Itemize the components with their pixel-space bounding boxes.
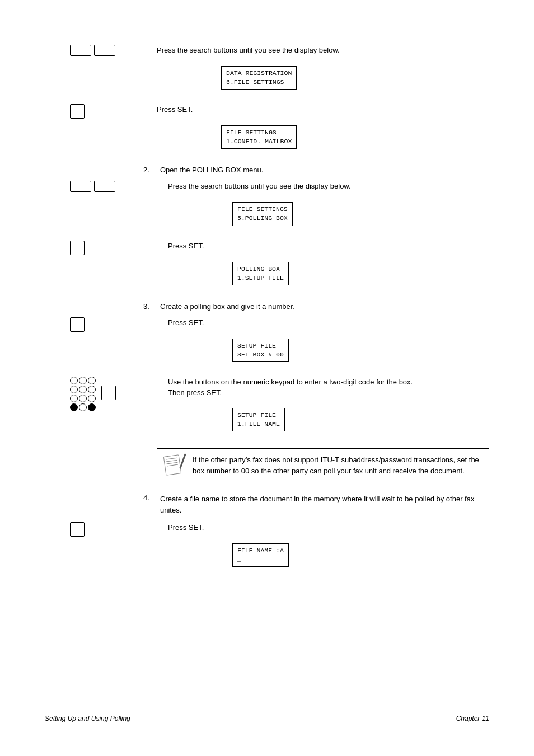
section-5: Press SET. xyxy=(168,317,489,335)
set-button-icon-1 xyxy=(70,104,85,120)
button-set-2 xyxy=(70,241,85,255)
button-set-3 xyxy=(70,317,85,332)
button-right xyxy=(94,45,115,56)
keypad-btn-7 xyxy=(70,395,78,402)
step-4-container: 4. Create a file name to store the docum… xyxy=(157,494,489,515)
display-line-10: SET BOX # 00 xyxy=(237,350,284,359)
page: Press the search buttons until you see t… xyxy=(0,0,534,756)
display-box-6: SETUP FILE 1.FILE NAME xyxy=(232,408,285,431)
keypad-icon-group xyxy=(70,377,116,411)
set-button-icon-3 xyxy=(70,317,85,334)
keypad-btn-3 xyxy=(88,377,96,384)
instruction-text-1: Press the search buttons until you see t… xyxy=(157,45,489,56)
section-6: Use the buttons on the numeric keypad to… xyxy=(168,377,489,405)
display-line-2: 6.FILE SETTINGS xyxy=(226,78,292,87)
pencil-icon xyxy=(179,453,186,468)
step-3-heading: Create a polling box and give it a numbe… xyxy=(160,302,489,311)
search-buttons-icon-2 xyxy=(70,181,115,192)
instruction-text-7: Press SET. xyxy=(168,522,489,533)
step-2-container: 2. Open the POLLING BOX menu. xyxy=(157,166,489,174)
keypad-btn-2 xyxy=(79,377,87,384)
button-right-2 xyxy=(94,181,115,192)
section-1: Press the search buttons until you see t… xyxy=(157,45,489,63)
display-line-1: DATA REGISTRATION xyxy=(226,69,292,78)
paper-icon xyxy=(163,454,181,476)
keypad-grid-icon xyxy=(70,377,96,411)
keypad-btn-8 xyxy=(79,395,87,402)
keypad-btn-6 xyxy=(88,386,96,393)
display-line-9: SETUP FILE xyxy=(237,341,284,350)
keypad-btn-5 xyxy=(79,386,87,393)
display-line-3: FILE SETTINGS xyxy=(226,128,292,137)
step-4-number: 4. xyxy=(143,494,149,502)
footer-left: Setting Up and Using Polling xyxy=(45,715,130,722)
display-box-5: SETUP FILE SET BOX # 00 xyxy=(232,339,289,362)
display-line-13: FILE NAME :A xyxy=(237,546,284,555)
section-4: Press SET. xyxy=(168,241,489,259)
display-box-3: FILE SETTINGS 5.POLLING BOX xyxy=(232,202,293,226)
instruction-text-2: Press SET. xyxy=(157,104,489,115)
note-box-1: If the other party’s fax does not suppor… xyxy=(157,448,489,482)
display-line-8: 1.SETUP FILE xyxy=(237,274,284,283)
keypad-btn-1 xyxy=(70,377,78,384)
keypad-btn-0 xyxy=(79,403,87,411)
display-box-2: FILE SETTINGS 1.CONFID. MAILBOX xyxy=(221,125,297,149)
button-left-2 xyxy=(70,181,91,192)
display-line-4: 1.CONFID. MAILBOX xyxy=(226,137,292,146)
display-box-4: POLLING BOX 1.SETUP FILE xyxy=(232,262,289,285)
keypad-btn-star xyxy=(70,403,78,411)
display-line-6: 5.POLLING BOX xyxy=(237,214,288,223)
note-text-1: If the other party’s fax does not suppor… xyxy=(193,454,481,476)
step-4-heading: Create a file name to store the document… xyxy=(160,494,489,515)
section-7: Press SET. xyxy=(168,522,489,540)
button-left xyxy=(70,45,91,56)
section-3: Press the search buttons until you see t… xyxy=(168,181,489,199)
instruction-text-4: Press SET. xyxy=(168,241,489,252)
page-footer: Setting Up and Using Polling Chapter 11 xyxy=(45,710,489,722)
button-set-5 xyxy=(70,522,85,537)
keypad-btn-hash xyxy=(88,403,96,411)
display-line-12: 1.FILE NAME xyxy=(237,420,280,429)
set-button-icon-4 xyxy=(101,386,116,402)
button-set-1 xyxy=(70,104,85,119)
step-3-container: 3. Create a polling box and give it a nu… xyxy=(157,302,489,311)
display-box-7: FILE NAME :A _ xyxy=(232,543,289,567)
search-buttons-icon xyxy=(70,45,115,56)
section-2: Press SET. xyxy=(157,104,489,122)
instruction-text-3: Press the search buttons until you see t… xyxy=(168,181,489,192)
display-box-1: DATA REGISTRATION 6.FILE SETTINGS xyxy=(221,66,297,90)
display-line-7: POLLING BOX xyxy=(237,265,284,274)
button-set-4 xyxy=(101,386,116,400)
note-icon xyxy=(165,454,185,475)
display-line-11: SETUP FILE xyxy=(237,411,280,420)
step-3-number: 3. xyxy=(143,302,149,311)
step-2-heading: Open the POLLING BOX menu. xyxy=(160,166,489,174)
step-2-number: 2. xyxy=(143,166,149,174)
footer-right: Chapter 11 xyxy=(456,715,489,722)
instruction-text-5: Press SET. xyxy=(168,317,489,328)
set-button-icon-2 xyxy=(70,241,85,257)
display-line-14: _ xyxy=(237,555,284,564)
display-line-5: FILE SETTINGS xyxy=(237,205,288,214)
instruction-text-6: Use the buttons on the numeric keypad to… xyxy=(168,377,489,398)
keypad-btn-9 xyxy=(88,395,96,402)
keypad-btn-4 xyxy=(70,386,78,393)
set-button-icon-5 xyxy=(70,522,85,538)
